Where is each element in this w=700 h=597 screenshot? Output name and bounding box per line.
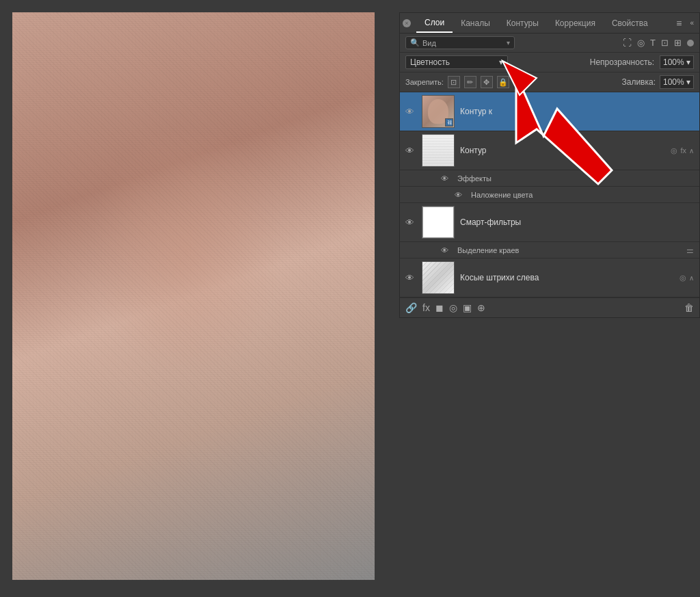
add-fx-button[interactable]: fx xyxy=(422,302,430,313)
layer-visibility-eye-4[interactable]: 👁 xyxy=(405,273,418,283)
layer-eye-icon-2[interactable]: ◎ xyxy=(671,146,677,155)
fill-arrow: ▾ xyxy=(686,77,690,87)
lock-transparency-button[interactable]: ⊡ xyxy=(448,76,460,88)
filter-icons: ⛶ ◎ T ⊡ ⊞ xyxy=(623,38,694,48)
layer-fx-icon-2[interactable]: fx xyxy=(680,146,686,155)
layer-search-box[interactable]: 🔍 Вид ▾ xyxy=(405,36,515,49)
lock-position-button[interactable]: ✥ xyxy=(481,76,493,88)
opacity-label: Непрозрачность: xyxy=(590,57,654,67)
fill-label: Заливка: xyxy=(621,77,656,87)
edge-detection-item: 👁 Выделение краев ⚌ xyxy=(400,242,699,258)
layer-thumbnail-4 xyxy=(422,261,455,294)
filter-icon-image[interactable]: ⛶ xyxy=(623,38,632,48)
layer-item-diagonal-strokes[interactable]: 👁 Косые штрихи слева ◎ ∧ xyxy=(400,258,699,297)
layer-link-badge-1: ⛓ xyxy=(445,118,453,127)
add-mask-button[interactable]: ◼ xyxy=(435,302,444,313)
layer-visibility-eye-2[interactable]: 👁 xyxy=(405,146,418,156)
blend-mode-value: Цветность xyxy=(410,57,450,67)
lock-row: Закрепить: ⊡ ✏ ✥ 🔒 Заливка: 100% ▾ xyxy=(400,72,699,92)
layer-name-1: Контур к xyxy=(460,107,694,116)
panel-bottom-toolbar: 🔗 fx ◼ ◎ ▣ ⊕ 🗑 xyxy=(400,297,699,317)
canvas-area xyxy=(12,12,375,580)
status-dot xyxy=(687,40,694,47)
filter-icon-adjust[interactable]: ◎ xyxy=(637,38,645,48)
color-overlay-eye[interactable]: 👁 xyxy=(455,191,467,199)
panel-filter-toolbar: 🔍 Вид ▾ ⛶ ◎ T ⊡ ⊞ xyxy=(400,34,699,53)
layer-item-smart-filters[interactable]: 👁 Смарт-фильтры xyxy=(400,203,699,242)
layer-visibility-eye-1[interactable]: 👁 xyxy=(405,107,418,117)
layer-info-2: Контур xyxy=(460,146,671,155)
layer-icons-right-2: ◎ fx ∧ xyxy=(671,146,694,155)
panel-collapse-icon[interactable]: « xyxy=(687,16,697,29)
fill-value-text: 100% xyxy=(663,77,684,87)
layer-name-4: Косые штрихи слева xyxy=(460,273,679,282)
layer-thumbnail-2 xyxy=(422,134,455,167)
lock-pixels-button[interactable]: ✏ xyxy=(464,76,476,88)
layer-item-kontur-k[interactable]: 👁 ⛓ Контур к xyxy=(400,92,699,131)
tab-correction[interactable]: Коррекция xyxy=(547,14,604,32)
layer-name-2: Контур xyxy=(460,146,671,155)
lock-all-button[interactable]: 🔒 xyxy=(497,76,509,88)
filter-icon-smart[interactable]: ⊞ xyxy=(674,38,682,48)
edge-detection-icon: ⚌ xyxy=(686,246,694,255)
color-overlay-label: Наложение цвета xyxy=(471,191,533,199)
tab-paths[interactable]: Контуры xyxy=(498,14,547,32)
new-layer-button[interactable]: ⊕ xyxy=(477,302,485,313)
color-overlay-item: 👁 Наложение цвета xyxy=(400,187,699,203)
opacity-value-text: 100% xyxy=(663,57,684,67)
fill-input[interactable]: 100% ▾ xyxy=(660,75,694,89)
blend-opacity-row: Цветность ▾ Непрозрачность: 100% ▾ xyxy=(400,53,699,72)
edge-detection-label: Выделение краев xyxy=(457,246,519,254)
effects-eye[interactable]: 👁 xyxy=(441,174,453,183)
blend-mode-arrow: ▾ xyxy=(499,57,503,67)
search-dropdown-icon[interactable]: ▾ xyxy=(507,39,510,47)
lock-label: Закрепить: xyxy=(405,78,444,86)
layer-icons-right-4: ◎ ∧ xyxy=(679,274,694,282)
tab-properties[interactable]: Свойства xyxy=(604,14,656,32)
effects-label: Эффекты xyxy=(457,174,492,183)
panel-close-button[interactable]: × xyxy=(403,19,411,27)
filter-icon-type[interactable]: T xyxy=(650,38,656,48)
tab-channels[interactable]: Каналы xyxy=(453,14,498,32)
panel-tabs: × Слои Каналы Контуры Коррекция Свойства… xyxy=(400,13,699,34)
layer-info-1: Контур к xyxy=(460,107,694,116)
layer-thumbnail-1: ⛓ xyxy=(422,95,455,128)
tab-layers[interactable]: Слои xyxy=(416,14,453,33)
opacity-input[interactable]: 100% ▾ xyxy=(660,55,694,69)
link-layers-button[interactable]: 🔗 xyxy=(405,302,417,313)
layer-item-kontur[interactable]: 👁 Контур ◎ fx ∧ xyxy=(400,131,699,170)
layer-collapse-2[interactable]: ∧ xyxy=(689,147,694,155)
layer-name-3: Смарт-фильтры xyxy=(460,217,694,227)
delete-layer-button[interactable]: 🗑 xyxy=(684,302,694,313)
edge-detection-eye[interactable]: 👁 xyxy=(441,246,453,254)
layer-thumbnail-3 xyxy=(422,206,455,239)
layers-panel: × Слои Каналы Контуры Коррекция Свойства… xyxy=(399,12,700,318)
layer-info-3: Смарт-фильтры xyxy=(460,217,694,227)
opacity-arrow: ▾ xyxy=(686,57,690,67)
adjustment-layer-button[interactable]: ◎ xyxy=(449,302,457,313)
layer-eye-icon-4[interactable]: ◎ xyxy=(679,274,686,282)
search-icon: 🔍 xyxy=(410,38,420,47)
layer-visibility-eye-3[interactable]: 👁 xyxy=(405,217,418,228)
layer-collapse-4[interactable]: ∧ xyxy=(689,274,694,282)
panel-menu-icon[interactable]: ≡ xyxy=(671,15,687,31)
effects-group-header: 👁 Эффекты xyxy=(400,170,699,187)
layers-list: 👁 ⛓ Контур к � xyxy=(400,92,699,297)
blend-mode-select[interactable]: Цветность ▾ xyxy=(405,55,508,69)
search-value: Вид xyxy=(422,39,507,47)
layer-info-4: Косые штрихи слева xyxy=(460,273,679,282)
group-layers-button[interactable]: ▣ xyxy=(463,302,472,313)
filter-icon-shape[interactable]: ⊡ xyxy=(661,38,669,48)
